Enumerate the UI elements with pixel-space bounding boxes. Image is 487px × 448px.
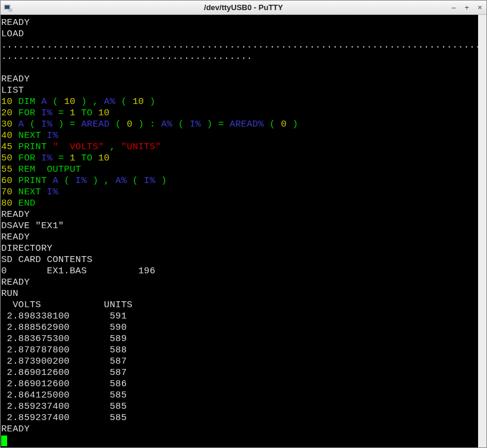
putty-icon: [3, 3, 12, 12]
cursor: [1, 436, 7, 446]
window-controls: – + ×: [450, 4, 484, 12]
minimize-button[interactable]: –: [450, 4, 458, 12]
svg-rect-2: [9, 9, 12, 11]
svg-rect-1: [5, 5, 10, 9]
window-title: /dev/ttyUSB0 - PuTTY: [204, 3, 283, 12]
terminal-output[interactable]: READYLOAD...............................…: [1, 15, 478, 447]
putty-window: /dev/ttyUSB0 - PuTTY – + × READYLOAD....…: [0, 0, 487, 448]
close-button[interactable]: ×: [476, 4, 484, 12]
terminal-wrap: READYLOAD...............................…: [1, 15, 486, 447]
titlebar: /dev/ttyUSB0 - PuTTY – + ×: [1, 1, 486, 15]
maximize-button[interactable]: +: [463, 4, 471, 12]
scrollbar[interactable]: [478, 15, 486, 447]
